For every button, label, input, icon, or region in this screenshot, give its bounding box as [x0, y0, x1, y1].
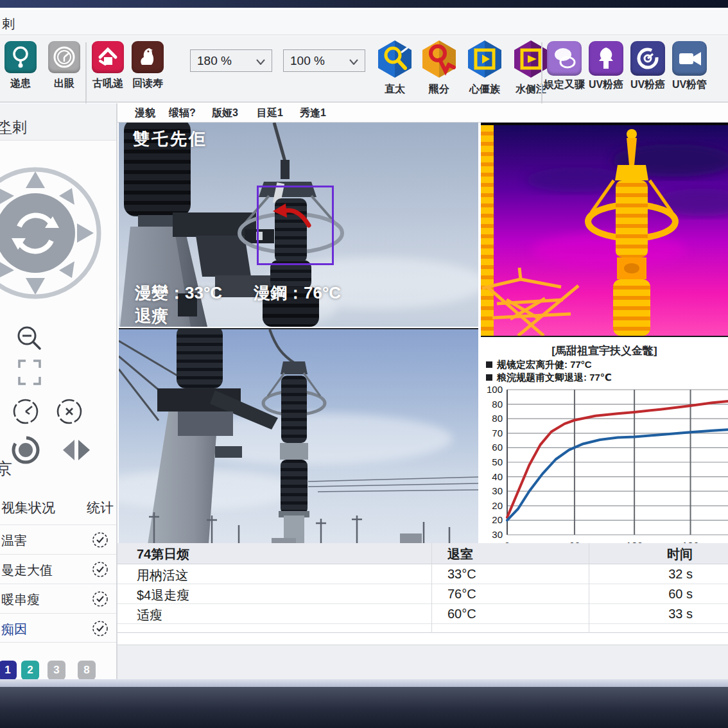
tab-1[interactable]: 漫貌 [135, 107, 155, 120]
page-button-1[interactable]: 1 [0, 661, 17, 679]
dial-icons[interactable] [9, 397, 105, 427]
checklist-item[interactable]: 痴因 [0, 613, 117, 643]
purple-button-label: UV粉癌 [627, 78, 668, 92]
hex-button-label: 羆分 [415, 83, 463, 96]
crop-brackets-icon[interactable] [12, 359, 48, 386]
svg-text:50: 50 [492, 456, 503, 467]
checklist-item[interactable]: 暖串瘦 [0, 584, 117, 613]
uv-settings-button[interactable]: 娱定又骤 [544, 41, 585, 92]
status-right-link[interactable]: 统计 [87, 499, 114, 517]
table-header-name: 74第日烦 [137, 546, 189, 563]
desktop-bottom-area [0, 687, 728, 728]
temperature-label-1: 漫變：33°C [135, 282, 222, 304]
visible-video-feed: 雙乇先佢 漫變：33°C 漫鋼：76°C 退癀 [119, 123, 478, 327]
analysis-panel: [馬甜祖宣宇扶义金鼈] 规镜定宏离升健: 77°C 粮浣规题甫文卿退退: 77℃… [481, 338, 728, 543]
bird-icon [132, 41, 164, 73]
page-button-8[interactable]: 8 [78, 661, 96, 679]
svg-text:70: 70 [492, 428, 503, 438]
frame-tool-button[interactable]: 心僵族 [461, 39, 508, 96]
secondary-video-feed [119, 328, 478, 543]
window-bottom-edge [0, 679, 728, 687]
row-time: 33 s [668, 607, 693, 621]
checklist-item[interactable]: 温害 [0, 524, 117, 554]
chevron-down-icon [256, 54, 265, 68]
toolbar-button-label: 古吼递 [89, 77, 127, 91]
uv-up-button[interactable]: UV粉癌 [585, 41, 627, 92]
tab-2[interactable]: 缎辐? [169, 107, 196, 120]
hand-lens-icon [547, 41, 582, 76]
temperature-chart: 10080807060504030202030060120130 [481, 338, 728, 543]
ptz-pad[interactable] [0, 162, 117, 304]
uv-video-button[interactable]: UV粉管 [669, 41, 710, 92]
checklist-label: 暖串瘦 [1, 591, 40, 609]
row-time: 32 s [668, 567, 693, 582]
uv-gauge-button[interactable]: UV粉癌 [627, 41, 668, 92]
table-row[interactable]: 适瘦 60°C 33 s [117, 604, 728, 624]
checklist-item[interactable]: 曼走大值 [0, 554, 117, 584]
toolbar-button-label: 递患 [1, 77, 40, 91]
control-sidebar: 坔剌 [0, 103, 117, 679]
tab-4[interactable]: 目延1 [257, 107, 283, 120]
preview-button[interactable]: 出眼 [45, 41, 83, 91]
scale-dropdown[interactable]: 100 % [283, 49, 365, 72]
pagination-row: 1 2 3 8 [0, 661, 117, 679]
hex-magnifier-icon [376, 39, 413, 79]
view-tabbar: 漫貌 缎辐? 版娅3 目延1 秀逢1 [117, 103, 728, 123]
row-temp: 60°C [447, 607, 476, 621]
temperature-label-3: 退癀 [135, 305, 168, 327]
analyze-tool-button[interactable]: 羆分 [415, 39, 463, 96]
svg-text:100: 100 [487, 384, 503, 395]
scale-dropdown-value: 100 % [290, 54, 325, 68]
record-and-pan-icons[interactable] [9, 435, 112, 465]
tab-3[interactable]: 版娅3 [212, 107, 238, 120]
hex-ribbon-icon [420, 39, 458, 79]
status-row: 视集状况 统计 [0, 496, 117, 519]
sidebar-header: 坔剌 [0, 103, 117, 141]
sidebar-section-label: 京 [0, 458, 12, 480]
svg-text:20: 20 [492, 500, 503, 511]
page-button-2[interactable]: 2 [21, 661, 39, 679]
chevron-down-icon [349, 54, 358, 68]
connect-button[interactable]: 递患 [1, 41, 40, 91]
row-temp: 33°C [447, 567, 476, 582]
title-bar: 剌 [0, 10, 728, 35]
home-capture-button[interactable]: 古吼递 [89, 41, 127, 91]
hex-square-arrow-icon [466, 39, 503, 79]
svg-text:60: 60 [492, 442, 503, 453]
table-column-divider [589, 543, 589, 633]
bird-report-button[interactable]: 回读寿 [128, 41, 167, 91]
svg-text:30: 30 [492, 485, 503, 496]
row-name: 用枘活这 [137, 567, 188, 584]
hex-button-label: 心僵族 [461, 83, 508, 96]
check-circle-icon[interactable] [92, 561, 108, 580]
red-arrow-annotation [273, 204, 313, 229]
table-header-time: 时间 [667, 546, 693, 563]
checklist-label: 温害 [1, 532, 27, 550]
app-window: 剌 递患 出眼 古吼递 回读寿 [0, 8, 728, 679]
zoom-dropdown[interactable]: 180 % [190, 49, 272, 72]
thermal-video-feed [481, 123, 728, 337]
check-circle-icon[interactable] [92, 591, 108, 610]
secondary-scene [119, 329, 478, 543]
video-camera-icon [672, 41, 707, 76]
page-button-3[interactable]: 3 [48, 661, 65, 679]
table-row[interactable]: $4退走瘦 76°C 60 s [117, 584, 728, 604]
table-row[interactable]: 用枘活这 33°C 32 s [117, 564, 728, 584]
toolbar-separator [541, 42, 542, 108]
toolbar-button-label: 回读寿 [128, 77, 167, 91]
check-circle-icon[interactable] [92, 620, 108, 639]
purple-button-label: 娱定又骤 [544, 78, 585, 92]
svg-text:40: 40 [492, 471, 503, 482]
zoom-dropdown-value: 180 % [197, 54, 232, 68]
hex-button-label: 直太 [371, 83, 419, 96]
sidebar-header-label: 坔剌 [0, 117, 27, 137]
status-left-label: 视集状况 [1, 499, 55, 517]
zoom-out-icon[interactable] [10, 324, 49, 352]
up-arrow-icon [589, 41, 623, 76]
toolbar-button-label: 出眼 [45, 77, 83, 91]
row-name: 适瘦 [137, 607, 162, 624]
purple-button-label: UV粉管 [669, 78, 710, 92]
check-circle-icon[interactable] [92, 532, 108, 551]
search-tool-button[interactable]: 直太 [371, 39, 419, 96]
tab-5[interactable]: 秀逢1 [300, 107, 326, 120]
